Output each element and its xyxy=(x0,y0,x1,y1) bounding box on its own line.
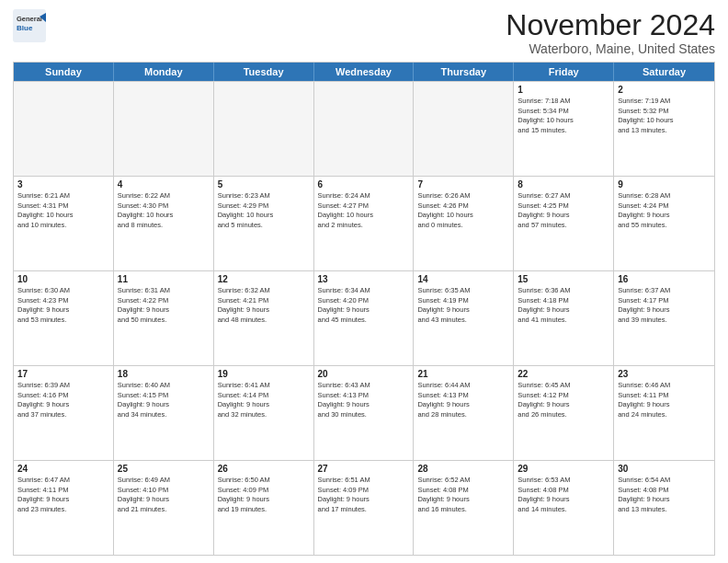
day-number: 17 xyxy=(17,369,109,379)
title-block: November 2024 Waterboro, Maine, United S… xyxy=(506,9,715,56)
day-number: 1 xyxy=(518,85,609,95)
svg-text:Blue: Blue xyxy=(17,24,33,32)
calendar: SundayMondayTuesdayWednesdayThursdayFrid… xyxy=(13,62,715,556)
day-cell-19: 19Sunrise: 6:41 AM Sunset: 4:14 PM Dayli… xyxy=(214,366,314,460)
day-cell-20: 20Sunrise: 6:43 AM Sunset: 4:13 PM Dayli… xyxy=(314,366,415,460)
day-info: Sunrise: 6:36 AM Sunset: 4:18 PM Dayligh… xyxy=(518,286,609,325)
week-row-2: 10Sunrise: 6:30 AM Sunset: 4:23 PM Dayli… xyxy=(14,270,714,365)
day-number: 15 xyxy=(518,274,609,284)
day-cell-28: 28Sunrise: 6:52 AM Sunset: 4:08 PM Dayli… xyxy=(414,461,514,555)
header-day-friday: Friday xyxy=(514,63,614,81)
day-cell-23: 23Sunrise: 6:46 AM Sunset: 4:11 PM Dayli… xyxy=(614,366,714,460)
day-cell-5: 5Sunrise: 6:23 AM Sunset: 4:29 PM Daylig… xyxy=(214,177,314,270)
day-cell-4: 4Sunrise: 6:22 AM Sunset: 4:30 PM Daylig… xyxy=(114,177,214,270)
day-info: Sunrise: 6:35 AM Sunset: 4:19 PM Dayligh… xyxy=(417,286,509,325)
header: General Blue November 2024 Waterboro, Ma… xyxy=(13,9,715,56)
day-info: Sunrise: 6:34 AM Sunset: 4:20 PM Dayligh… xyxy=(318,286,410,325)
day-number: 13 xyxy=(318,274,410,284)
day-number: 20 xyxy=(318,369,410,379)
day-cell-2: 2Sunrise: 7:19 AM Sunset: 5:32 PM Daylig… xyxy=(614,82,714,176)
header-day-monday: Monday xyxy=(114,63,214,81)
day-info: Sunrise: 6:49 AM Sunset: 4:10 PM Dayligh… xyxy=(118,476,210,514)
week-row-4: 24Sunrise: 6:47 AM Sunset: 4:11 PM Dayli… xyxy=(14,460,714,555)
day-cell-21: 21Sunrise: 6:44 AM Sunset: 4:13 PM Dayli… xyxy=(414,366,514,460)
day-number: 19 xyxy=(218,369,310,379)
day-number: 16 xyxy=(618,274,711,284)
day-number: 30 xyxy=(618,464,711,474)
header-day-thursday: Thursday xyxy=(414,63,514,81)
day-cell-11: 11Sunrise: 6:31 AM Sunset: 4:22 PM Dayli… xyxy=(114,271,214,365)
day-info: Sunrise: 6:30 AM Sunset: 4:23 PM Dayligh… xyxy=(17,286,109,325)
day-number: 26 xyxy=(218,464,310,474)
day-cell-13: 13Sunrise: 6:34 AM Sunset: 4:20 PM Dayli… xyxy=(314,271,415,365)
day-info: Sunrise: 7:19 AM Sunset: 5:32 PM Dayligh… xyxy=(618,97,711,135)
day-info: Sunrise: 6:27 AM Sunset: 4:25 PM Dayligh… xyxy=(518,191,609,230)
page: General Blue November 2024 Waterboro, Ma… xyxy=(0,0,728,563)
day-cell-9: 9Sunrise: 6:28 AM Sunset: 4:24 PM Daylig… xyxy=(614,177,714,270)
day-cell-18: 18Sunrise: 6:40 AM Sunset: 4:15 PM Dayli… xyxy=(114,366,214,460)
week-row-1: 3Sunrise: 6:21 AM Sunset: 4:31 PM Daylig… xyxy=(14,176,714,270)
day-info: Sunrise: 6:51 AM Sunset: 4:09 PM Dayligh… xyxy=(318,476,410,514)
day-info: Sunrise: 6:40 AM Sunset: 4:15 PM Dayligh… xyxy=(118,381,210,419)
day-cell-3: 3Sunrise: 6:21 AM Sunset: 4:31 PM Daylig… xyxy=(14,177,114,270)
day-info: Sunrise: 6:47 AM Sunset: 4:11 PM Dayligh… xyxy=(17,476,109,514)
day-number: 5 xyxy=(218,179,310,190)
day-number: 8 xyxy=(518,179,609,190)
day-cell-16: 16Sunrise: 6:37 AM Sunset: 4:17 PM Dayli… xyxy=(614,271,714,365)
day-cell-26: 26Sunrise: 6:50 AM Sunset: 4:09 PM Dayli… xyxy=(214,461,314,555)
main-title: November 2024 xyxy=(506,9,715,41)
day-info: Sunrise: 6:21 AM Sunset: 4:31 PM Dayligh… xyxy=(17,191,109,230)
day-number: 14 xyxy=(417,274,509,284)
day-number: 6 xyxy=(318,179,410,190)
empty-cell xyxy=(114,82,214,176)
subtitle: Waterboro, Maine, United States xyxy=(506,41,715,56)
day-number: 27 xyxy=(318,464,410,474)
day-info: Sunrise: 6:45 AM Sunset: 4:12 PM Dayligh… xyxy=(518,381,609,419)
day-info: Sunrise: 6:54 AM Sunset: 4:08 PM Dayligh… xyxy=(618,476,711,514)
day-cell-1: 1Sunrise: 7:18 AM Sunset: 5:34 PM Daylig… xyxy=(514,82,614,176)
day-cell-7: 7Sunrise: 6:26 AM Sunset: 4:26 PM Daylig… xyxy=(414,177,514,270)
day-cell-12: 12Sunrise: 6:32 AM Sunset: 4:21 PM Dayli… xyxy=(214,271,314,365)
day-cell-6: 6Sunrise: 6:24 AM Sunset: 4:27 PM Daylig… xyxy=(314,177,415,270)
day-number: 10 xyxy=(17,274,109,284)
day-number: 3 xyxy=(17,179,109,190)
day-cell-22: 22Sunrise: 6:45 AM Sunset: 4:12 PM Dayli… xyxy=(514,366,614,460)
day-info: Sunrise: 6:22 AM Sunset: 4:30 PM Dayligh… xyxy=(118,191,210,230)
header-day-saturday: Saturday xyxy=(614,63,714,81)
day-info: Sunrise: 6:43 AM Sunset: 4:13 PM Dayligh… xyxy=(318,381,410,419)
day-cell-8: 8Sunrise: 6:27 AM Sunset: 4:25 PM Daylig… xyxy=(514,177,614,270)
svg-text:General: General xyxy=(17,15,42,23)
day-info: Sunrise: 6:23 AM Sunset: 4:29 PM Dayligh… xyxy=(218,191,310,230)
day-number: 12 xyxy=(218,274,310,284)
day-number: 21 xyxy=(417,369,509,379)
day-cell-27: 27Sunrise: 6:51 AM Sunset: 4:09 PM Dayli… xyxy=(314,461,415,555)
day-number: 7 xyxy=(417,179,509,190)
day-cell-14: 14Sunrise: 6:35 AM Sunset: 4:19 PM Dayli… xyxy=(414,271,514,365)
day-number: 18 xyxy=(118,369,210,379)
logo: General Blue xyxy=(13,9,46,42)
day-cell-15: 15Sunrise: 6:36 AM Sunset: 4:18 PM Dayli… xyxy=(514,271,614,365)
day-info: Sunrise: 6:24 AM Sunset: 4:27 PM Dayligh… xyxy=(318,191,410,230)
day-info: Sunrise: 6:50 AM Sunset: 4:09 PM Dayligh… xyxy=(218,476,310,514)
header-day-wednesday: Wednesday xyxy=(314,63,415,81)
day-info: Sunrise: 6:26 AM Sunset: 4:26 PM Dayligh… xyxy=(417,191,509,230)
day-info: Sunrise: 6:32 AM Sunset: 4:21 PM Dayligh… xyxy=(218,286,310,325)
day-cell-30: 30Sunrise: 6:54 AM Sunset: 4:08 PM Dayli… xyxy=(614,461,714,555)
day-info: Sunrise: 6:44 AM Sunset: 4:13 PM Dayligh… xyxy=(417,381,509,419)
day-number: 11 xyxy=(118,274,210,284)
day-number: 24 xyxy=(17,464,109,474)
day-info: Sunrise: 7:18 AM Sunset: 5:34 PM Dayligh… xyxy=(518,97,609,135)
empty-cell xyxy=(14,82,114,176)
day-info: Sunrise: 6:37 AM Sunset: 4:17 PM Dayligh… xyxy=(618,286,711,325)
day-number: 2 xyxy=(618,85,711,95)
day-cell-17: 17Sunrise: 6:39 AM Sunset: 4:16 PM Dayli… xyxy=(14,366,114,460)
header-day-tuesday: Tuesday xyxy=(214,63,314,81)
calendar-body: 1Sunrise: 7:18 AM Sunset: 5:34 PM Daylig… xyxy=(14,81,714,555)
day-cell-24: 24Sunrise: 6:47 AM Sunset: 4:11 PM Dayli… xyxy=(14,461,114,555)
week-row-0: 1Sunrise: 7:18 AM Sunset: 5:34 PM Daylig… xyxy=(14,81,714,176)
day-info: Sunrise: 6:28 AM Sunset: 4:24 PM Dayligh… xyxy=(618,191,711,230)
empty-cell xyxy=(214,82,314,176)
day-info: Sunrise: 6:46 AM Sunset: 4:11 PM Dayligh… xyxy=(618,381,711,419)
day-number: 23 xyxy=(618,369,711,379)
day-info: Sunrise: 6:53 AM Sunset: 4:08 PM Dayligh… xyxy=(518,476,609,514)
